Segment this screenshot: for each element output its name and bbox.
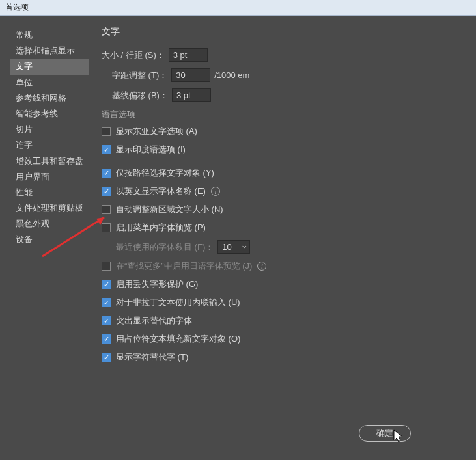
tracking-row: 字距调整 (T)： 30 /1000 em (102, 68, 460, 82)
sidebar-item-guides[interactable]: 参考线和网格 (10, 90, 89, 106)
checkbox-icon (102, 169, 111, 178)
panel-heading: 文字 (102, 26, 460, 38)
checkbox-path-select[interactable]: 仅按路径选择文字对象 (Y) (102, 167, 460, 179)
tracking-input[interactable]: 30 (171, 68, 210, 82)
recent-label: 最近使用的字体数目 (F)： (116, 241, 214, 253)
sidebar-item-slices[interactable]: 切片 (10, 122, 89, 137)
info-icon[interactable]: i (257, 262, 266, 271)
checkbox-icon (102, 205, 111, 214)
ok-button[interactable]: 确定 (359, 425, 411, 442)
checkbox-icon (102, 262, 111, 271)
checkbox-show-alt[interactable]: 显示字符替代字 (T) (102, 351, 460, 363)
content-panel: 文字 大小 / 行距 (S)： 3 pt 字距调整 (T)： 30 /1000 … (89, 26, 466, 450)
size-label: 大小 / 行距 (S)： (102, 49, 165, 61)
sidebar-item-ui[interactable]: 用户界面 (10, 169, 89, 185)
sidebar-item-type[interactable]: 文字 (10, 59, 89, 74)
dialog-body: 常规 选择和锚点显示 文字 单位 参考线和网格 智能参考线 切片 连字 增效工具… (0, 16, 476, 460)
checkbox-icon (102, 316, 111, 325)
recent-fonts-row: 最近使用的字体数目 (F)： 10 (102, 240, 460, 254)
sidebar-item-file-handling[interactable]: 文件处理和剪贴板 (10, 200, 89, 216)
checkbox-icon (102, 145, 111, 154)
checkbox-placeholder[interactable]: 用占位符文本填充新文字对象 (O) (102, 333, 460, 345)
checkbox-glyph-protect[interactable]: 启用丢失字形保护 (G) (102, 278, 460, 290)
checkbox-highlight-alt[interactable]: 突出显示替代的字体 (102, 315, 460, 327)
sidebar-item-smart-guides[interactable]: 智能参考线 (10, 106, 89, 122)
checkbox-english-font[interactable]: 以英文显示字体名称 (E) i (102, 185, 460, 197)
language-section-label: 语言选项 (102, 109, 460, 120)
sidebar-item-units[interactable]: 单位 (10, 75, 89, 90)
sidebar-item-general[interactable]: 常规 (10, 27, 89, 43)
checkbox-icon (102, 187, 111, 196)
recent-fonts-dropdown[interactable]: 10 (217, 240, 250, 254)
baseline-input[interactable]: 3 pt (172, 88, 211, 102)
sidebar-item-hyphenation[interactable]: 连字 (10, 137, 89, 153)
size-input[interactable]: 3 pt (169, 48, 208, 62)
sidebar-item-performance[interactable]: 性能 (10, 185, 89, 200)
baseline-label: 基线偏移 (B)： (112, 90, 168, 101)
checkbox-icon (102, 280, 111, 289)
tracking-label: 字距调整 (T)： (112, 70, 167, 81)
info-icon[interactable]: i (211, 187, 220, 196)
sidebar: 常规 选择和锚点显示 文字 单位 参考线和网格 智能参考线 切片 连字 增效工具… (10, 26, 89, 450)
checkbox-indic[interactable]: 显示印度语选项 (I) (102, 144, 460, 156)
checkbox-east-asian[interactable]: 显示东亚文字选项 (A) (102, 126, 460, 137)
checkbox-menu-preview[interactable]: 启用菜单内字体预览 (P) (102, 222, 460, 234)
sidebar-item-selection[interactable]: 选择和锚点显示 (10, 43, 89, 59)
checkbox-icon (102, 298, 111, 307)
checkbox-auto-size[interactable]: 自动调整新区域文字大小 (N) (102, 204, 460, 215)
checkbox-inline-input[interactable]: 对于非拉丁文本使用内联输入 (U) (102, 297, 460, 308)
tracking-suffix: /1000 em (214, 70, 249, 80)
checkbox-icon (102, 353, 111, 362)
checkbox-icon (102, 127, 111, 136)
sidebar-item-black[interactable]: 黑色外观 (10, 216, 89, 232)
language-section: 语言选项 显示东亚文字选项 (A) 显示印度语选项 (I) (102, 109, 460, 156)
sidebar-item-plugins[interactable]: 增效工具和暂存盘 (10, 154, 89, 169)
checkbox-icon (102, 223, 111, 232)
sidebar-item-devices[interactable]: 设备 (10, 232, 89, 247)
size-row: 大小 / 行距 (S)： 3 pt (102, 48, 460, 62)
window-title: 首选项 (5, 2, 29, 13)
baseline-row: 基线偏移 (B)： 3 pt (102, 88, 460, 102)
checkbox-icon (102, 334, 111, 344)
checkbox-jp-preview[interactable]: 在“查找更多”中启用日语字体预览 (J) i (102, 260, 460, 272)
options-group: 仅按路径选择文字对象 (Y) 以英文显示字体名称 (E) i 自动调整新区域文字… (102, 167, 460, 363)
titlebar: 首选项 (0, 0, 476, 16)
preferences-window: 首选项 常规 选择和锚点显示 文字 单位 参考线和网格 智能参考线 切片 连字 … (0, 0, 476, 460)
